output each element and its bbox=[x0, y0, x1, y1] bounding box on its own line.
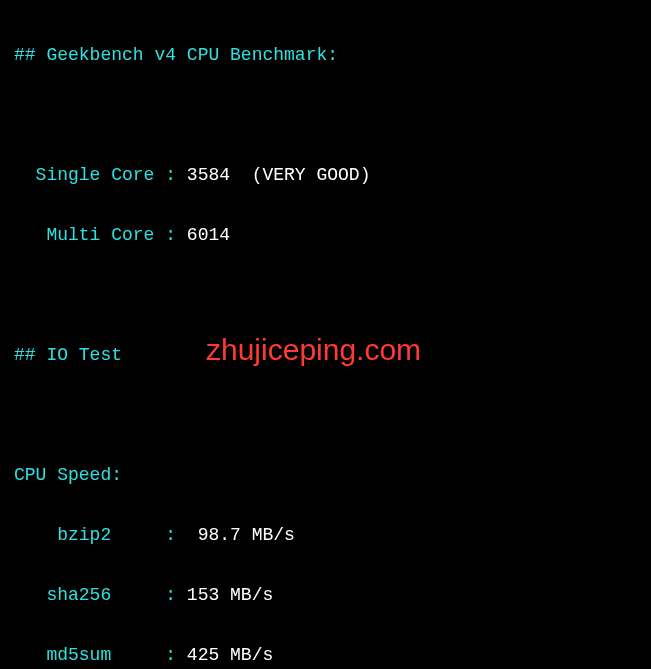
cpu-sha256-row: sha256 : 153 MB/s bbox=[14, 580, 637, 610]
single-core-row: Single Core : 3584 (VERY GOOD) bbox=[14, 160, 637, 190]
cpu-md5sum-row: md5sum : 425 MB/s bbox=[14, 640, 637, 669]
sha256-value: 153 MB/s bbox=[187, 585, 273, 605]
sha256-label: sha256 : bbox=[14, 585, 187, 605]
header-text: ## IO Test bbox=[14, 345, 122, 365]
bzip2-value: 98.7 MB/s bbox=[198, 525, 295, 545]
io-header: ## IO Test bbox=[14, 340, 637, 370]
geekbench-header: ## Geekbench v4 CPU Benchmark: bbox=[14, 40, 637, 70]
md5sum-label: md5sum : bbox=[14, 645, 187, 665]
single-core-value: 3584 (VERY GOOD) bbox=[187, 165, 371, 185]
header-text: CPU Speed: bbox=[14, 465, 122, 485]
terminal-output: ## Geekbench v4 CPU Benchmark: Single Co… bbox=[0, 0, 651, 669]
blank-line bbox=[14, 100, 637, 130]
multi-core-label: Multi Core : bbox=[14, 225, 187, 245]
blank-line bbox=[14, 280, 637, 310]
multi-core-row: Multi Core : 6014 bbox=[14, 220, 637, 250]
cpu-speed-header: CPU Speed: bbox=[14, 460, 637, 490]
blank-line bbox=[14, 400, 637, 430]
cpu-bzip2-row: bzip2 : 98.7 MB/s bbox=[14, 520, 637, 550]
single-core-label: Single Core : bbox=[14, 165, 187, 185]
md5sum-value: 425 MB/s bbox=[187, 645, 273, 665]
multi-core-value: 6014 bbox=[187, 225, 230, 245]
bzip2-label: bzip2 : bbox=[14, 525, 198, 545]
header-text: ## Geekbench v4 CPU Benchmark: bbox=[14, 45, 338, 65]
